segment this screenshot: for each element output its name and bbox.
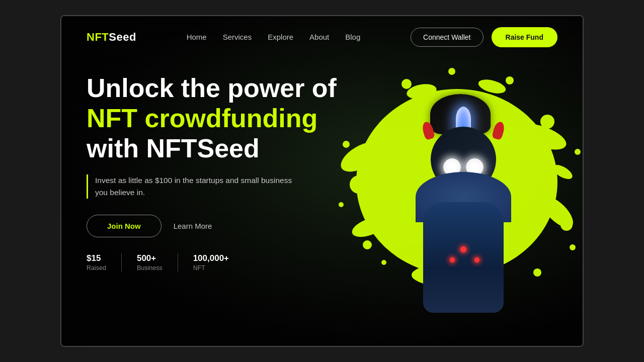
logo: NFTSeed <box>87 31 136 44</box>
hero-title-line1: Unlock the power of <box>87 73 337 103</box>
nav-item-about[interactable]: About <box>309 33 329 42</box>
join-now-button[interactable]: Join Now <box>87 215 162 237</box>
stat-label-business: Business <box>137 264 163 272</box>
connect-wallet-button[interactable]: Connect Wallet <box>411 28 483 47</box>
hero-title: Unlock the power of NFT crowdfunding wit… <box>87 73 337 163</box>
stat-item-business: 500+ Business <box>121 253 178 272</box>
stat-label-nft: NFT <box>193 264 229 272</box>
stat-item-nft: 100,000+ NFT <box>178 253 244 272</box>
nav-item-blog[interactable]: Blog <box>345 33 360 42</box>
nav-link-explore[interactable]: Explore <box>268 33 293 41</box>
stats-section: $15 Raised 500+ Business 100,000+ NFT <box>61 237 583 272</box>
nav-link-about[interactable]: About <box>309 33 329 41</box>
nav-item-home[interactable]: Home <box>187 33 207 42</box>
nav-buttons: Connect Wallet Raise Fund <box>411 27 557 47</box>
stat-value-raised: $15 <box>87 253 106 263</box>
hero-title-line3: with NFTSeed <box>87 134 260 163</box>
navbar: NFTSeed Home Services Explore About Blog… <box>61 16 583 58</box>
nav-item-explore[interactable]: Explore <box>268 33 293 42</box>
stat-value-nft: 100,000+ <box>193 253 229 263</box>
hero-actions: Join Now Learn More <box>87 215 337 237</box>
hero-section: Unlock the power of NFT crowdfunding wit… <box>61 58 583 237</box>
nav-item-services[interactable]: Services <box>223 33 252 42</box>
nav-link-blog[interactable]: Blog <box>345 33 360 41</box>
page-background: NFTSeed Home Services Explore About Blog… <box>61 16 583 346</box>
learn-more-button[interactable]: Learn More <box>174 222 212 230</box>
app-frame: NFTSeed Home Services Explore About Blog… <box>60 15 584 347</box>
hero-subtitle: Invest as little as $100 in the startups… <box>87 174 298 199</box>
nav-links: Home Services Explore About Blog <box>187 33 361 42</box>
nav-link-services[interactable]: Services <box>223 33 252 41</box>
stat-value-business: 500+ <box>137 253 163 263</box>
logo-seed: Seed <box>109 31 136 43</box>
stat-label-raised: Raised <box>87 264 106 272</box>
stat-item-raised: $15 Raised <box>87 253 121 272</box>
raise-fund-button[interactable]: Raise Fund <box>492 27 557 47</box>
logo-nft: NFT <box>87 31 109 43</box>
hero-content: Unlock the power of NFT crowdfunding wit… <box>87 73 337 237</box>
hero-title-line2: NFT crowdfunding <box>87 104 317 133</box>
nav-link-home[interactable]: Home <box>187 33 207 41</box>
